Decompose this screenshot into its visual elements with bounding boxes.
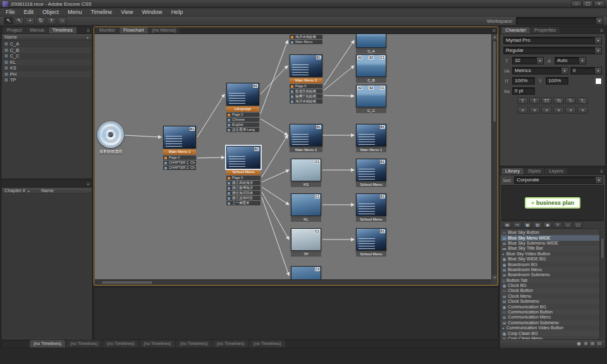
- tab-project[interactable]: Project: [3, 27, 25, 33]
- node-row[interactable]: 海洋休閒組概: [290, 35, 322, 39]
- place-item-button[interactable]: ⊕: [584, 341, 588, 347]
- chapter-column-header[interactable]: Chapter # ▲ Name: [2, 188, 92, 194]
- faux-style-button[interactable]: T: [529, 97, 540, 104]
- node-row[interactable]: 航運技術組概: [290, 89, 322, 94]
- library-item[interactable]: ▬Blue Sky Title Bar: [501, 246, 599, 251]
- horizontal-scrollbar[interactable]: [95, 279, 493, 285]
- library-item[interactable]: ▤Boardroom Submenu: [501, 272, 599, 277]
- name-column-header[interactable]: Name ▲: [2, 34, 92, 40]
- node-row[interactable]: CHAPTER 2: Ch: [163, 166, 196, 170]
- horizontal-scale-field[interactable]: 100%: [546, 77, 568, 85]
- tab-no-timelines[interactable]: (no Timelines): [176, 340, 212, 348]
- leading-select[interactable]: Auto ▼: [555, 57, 586, 64]
- tab-character[interactable]: Character: [501, 27, 530, 33]
- library-item[interactable]: ▤Communication Menu: [501, 315, 599, 320]
- faux-style-button[interactable]: T₁: [577, 97, 588, 104]
- library-item[interactable]: ▭Communication Button: [501, 310, 599, 315]
- kerning-select[interactable]: Metrics ▼: [512, 67, 568, 75]
- align-top-icon[interactable]: ≡: [553, 107, 564, 114]
- chevron-down-icon[interactable]: ▼: [596, 18, 603, 24]
- tab-no-timelines[interactable]: (no Timelines): [140, 340, 175, 348]
- flowchart-node-timeline-tp[interactable]: C1TP: [291, 228, 321, 257]
- panel-menu-icon[interactable]: ≡: [600, 169, 603, 175]
- tab-styles[interactable]: Styles: [524, 168, 544, 174]
- filter-images-icon[interactable]: ▦: [523, 222, 532, 228]
- delete-item-button[interactable]: ⊟: [597, 341, 601, 347]
- tab-flowchart[interactable]: Flowchart: [120, 27, 148, 33]
- flowchart-node-timeline-ks[interactable]: C1KS: [291, 159, 321, 187]
- library-item[interactable]: ▭Blue Sky Button: [501, 230, 599, 235]
- scroll-up-icon[interactable]: ▲: [492, 34, 498, 40]
- align-bottom-icon[interactable]: ≡: [577, 107, 588, 114]
- filter-vector-icon[interactable]: ◇: [563, 222, 572, 228]
- tab-layers[interactable]: Layers: [545, 168, 567, 174]
- node-row[interactable]: 輪機工程組概: [290, 94, 322, 99]
- selection-tool[interactable]: ↖: [4, 17, 13, 25]
- minimize-button[interactable]: –: [571, 1, 582, 7]
- node-row[interactable]: 上一層選單: [226, 201, 261, 205]
- align-middle-icon[interactable]: ≡: [565, 107, 576, 114]
- text-tool[interactable]: T: [47, 17, 56, 25]
- flowchart-node-timeline-kl[interactable]: C1KL: [291, 193, 321, 222]
- chevron-down-icon[interactable]: ▼: [594, 37, 601, 44]
- library-scroll-thumb[interactable]: [601, 238, 604, 259]
- close-button[interactable]: ×: [594, 1, 604, 7]
- library-item[interactable]: ▸Blue Sky Video Button: [501, 252, 599, 257]
- tab-properties[interactable]: Properties: [530, 27, 560, 33]
- filter-layer-sets-icon[interactable]: ▣: [543, 222, 552, 228]
- timeline-list-item[interactable]: ▥TP: [3, 77, 91, 83]
- node-row[interactable]: 國立臺灣海洋: [226, 186, 261, 190]
- flowchart-node-timeline-c-b[interactable]: A2S2C1C_B: [356, 54, 386, 83]
- filter-buttons-icon[interactable]: ▭: [513, 222, 522, 228]
- panel-menu-icon[interactable]: ≡: [493, 28, 496, 34]
- tab-no-timelines[interactable]: (no Timelines): [103, 340, 138, 348]
- library-item[interactable]: ▦Communication BG: [501, 304, 599, 309]
- library-item[interactable]: ▤Boardroom Menu: [501, 267, 599, 272]
- tab-no-timelines[interactable]: (no Timelines): [66, 340, 102, 348]
- vertical-scrollbar[interactable]: ▲ ▼: [491, 34, 497, 281]
- align-center-icon[interactable]: ≡: [529, 107, 540, 114]
- node-row[interactable]: 國立澎湖科技: [226, 196, 261, 200]
- flowchart-node-main-menu-3[interactable]: B1Main Menu 3Page 0航運技術組概輪機工程組概海洋休閒組概: [290, 54, 322, 104]
- node-row[interactable]: English: [226, 123, 259, 127]
- tab-monitor[interactable]: Monitor: [95, 27, 119, 33]
- flowchart-node-main-menu-1-alias-center[interactable]: B1Main Menu 1: [290, 124, 322, 152]
- timeline-list-item[interactable]: ▥C_C: [3, 53, 91, 59]
- menu-menu[interactable]: Menu: [63, 8, 87, 16]
- zoom-tool[interactable]: ○: [58, 17, 67, 25]
- node-row[interactable]: 語言選擇 Lang: [226, 128, 259, 132]
- vertical-scale-field[interactable]: 100%: [512, 77, 535, 85]
- tab-no-timelines[interactable]: (no Timelines): [250, 340, 285, 348]
- tab-no-menus[interactable]: (no Menus): [149, 27, 180, 33]
- menu-object[interactable]: Object: [38, 8, 63, 16]
- chevron-down-icon[interactable]: ▼: [595, 177, 602, 183]
- library-item[interactable]: ▯Button Tab: [501, 278, 599, 283]
- baseline-shift-field[interactable]: 0 pt: [512, 87, 535, 95]
- tab-library[interactable]: Library: [501, 168, 524, 174]
- timeline-list-item[interactable]: ▥KS: [3, 65, 91, 71]
- tab-timelines[interactable]: Timelines: [49, 27, 77, 33]
- flowchart-node-school-menu-alias-2[interactable]: B1School Menu: [356, 193, 386, 222]
- panel-menu-icon[interactable]: ≡: [87, 181, 90, 188]
- flowchart-node-school-menu-alias-1[interactable]: B1School Menu: [356, 159, 386, 187]
- flowchart-node-language[interactable]: B1LanguagePage 0ChineseEnglish語言選擇 Lang: [226, 83, 259, 132]
- timeline-list-item[interactable]: ▥KL: [3, 59, 91, 66]
- library-item[interactable]: ▦Corp Clean BG: [501, 331, 599, 336]
- node-row[interactable]: 臺北海洋技術: [226, 191, 261, 195]
- text-color-swatch[interactable]: [595, 78, 602, 85]
- chevron-down-icon[interactable]: ▼: [594, 47, 601, 54]
- font-size-select[interactable]: 32 ▼: [512, 57, 544, 64]
- library-item[interactable]: ▦Boardroom BG: [501, 262, 599, 267]
- library-item[interactable]: ▤Blue Sky Menu WIDE: [501, 235, 599, 240]
- menu-file[interactable]: File: [1, 8, 20, 16]
- flowchart-node-timeline-c-a[interactable]: C_A: [356, 34, 386, 54]
- filter-backgrounds-icon[interactable]: ▧: [533, 222, 542, 228]
- menu-help[interactable]: Help: [167, 8, 188, 16]
- align-left-icon[interactable]: ≡: [517, 107, 528, 114]
- filter-menus-icon[interactable]: ▤: [503, 222, 512, 228]
- flowchart-node-timeline-c-c[interactable]: A2S2C1C_C: [356, 85, 386, 113]
- move-tool[interactable]: +: [25, 17, 35, 25]
- tracking-select[interactable]: 0 ▼: [570, 67, 602, 75]
- faux-style-button[interactable]: T: [517, 97, 528, 104]
- flowchart-node-school-menu-alias-3[interactable]: B1School Menu: [356, 228, 386, 257]
